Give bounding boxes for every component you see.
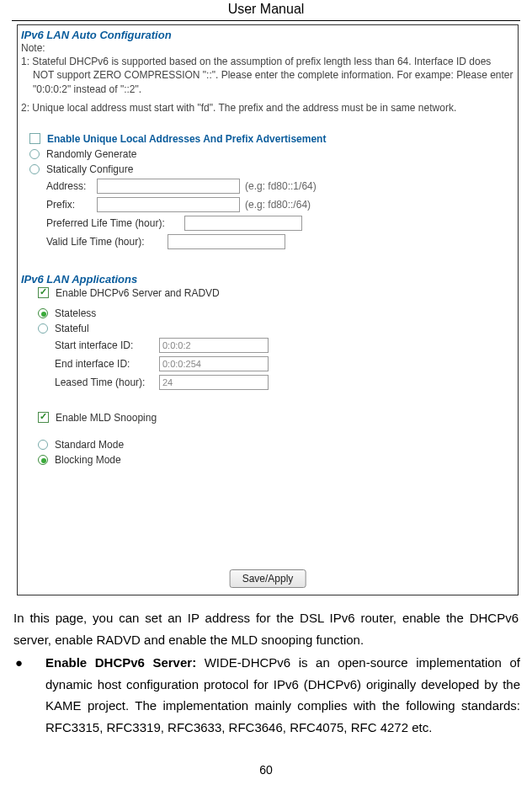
checkbox-enable-ula[interactable]	[29, 133, 40, 144]
save-apply-button[interactable]: Save/Apply	[230, 569, 306, 588]
hint-prefix: (e.g: fd80::/64)	[245, 199, 311, 211]
input-pref-life[interactable]	[184, 216, 302, 231]
radio-static-configure[interactable]	[29, 164, 40, 174]
row-end-id: End interface ID:	[18, 355, 518, 373]
label-static-configure: Statically Configure	[46, 163, 133, 175]
checkbox-enable-dhcpv6[interactable]	[38, 287, 49, 298]
label-standard-mode: Standard Mode	[55, 439, 124, 451]
row-pref-life: Preferred Life Time (hour):	[18, 214, 518, 232]
radio-blocking-mode[interactable]	[38, 455, 48, 465]
row-valid-life: Valid Life Time (hour):	[18, 232, 518, 251]
input-valid-life[interactable]	[168, 234, 285, 249]
input-start-id[interactable]	[159, 338, 269, 353]
note-2: 2: Unique local address must start with …	[21, 101, 514, 115]
input-address[interactable]	[97, 179, 240, 194]
row-stateless: Stateless	[18, 306, 518, 321]
section-ipv6-lan-auto: IPv6 LAN Auto Configuration	[18, 25, 518, 41]
label-leased: Leased Time (hour):	[55, 376, 159, 388]
input-prefix[interactable]	[97, 197, 240, 212]
bullet-text: Enable DHCPv6 Server: WIDE-DHCPv6 is an …	[42, 652, 520, 738]
paragraph-intro: In this page, you can set an IP address …	[13, 607, 519, 650]
label-enable-mld: Enable MLD Snooping	[56, 412, 157, 424]
label-prefix: Prefix:	[46, 199, 97, 211]
label-blocking-mode: Blocking Mode	[55, 454, 121, 466]
bullet-title: Enable DHCPv6 Server:	[45, 655, 205, 670]
radio-stateless[interactable]	[38, 308, 48, 318]
row-enable-ula: Enable Unique Local Addresses And Prefix…	[18, 131, 518, 147]
row-leased: Leased Time (hour):	[18, 373, 518, 392]
label-start-id: Start interface ID:	[55, 339, 159, 351]
label-stateless: Stateless	[55, 307, 96, 319]
input-end-id[interactable]	[159, 356, 269, 371]
row-address: Address: (e.g: fd80::1/64)	[18, 177, 518, 195]
note-label: Note:	[21, 41, 514, 55]
row-standard-mode: Standard Mode	[18, 437, 518, 452]
label-enable-dhcpv6: Enable DHCPv6 Server and RADVD	[56, 287, 220, 299]
row-static-configure: Statically Configure	[18, 162, 518, 177]
checkbox-enable-mld[interactable]	[38, 412, 49, 423]
label-valid-life: Valid Life Time (hour):	[46, 236, 168, 248]
label-stateful: Stateful	[55, 323, 89, 334]
radio-stateful[interactable]	[38, 323, 48, 334]
bullet-enable-dhcpv6: ● Enable DHCPv6 Server: WIDE-DHCPv6 is a…	[13, 652, 520, 738]
row-enable-mld: Enable MLD Snooping	[18, 410, 518, 425]
note-block: Note: 1: Stateful DHCPv6 is supported ba…	[18, 41, 518, 120]
section-ipv6-lan-apps: IPv6 LAN Applications	[18, 270, 518, 286]
page-number: 60	[0, 763, 532, 777]
input-leased[interactable]	[159, 375, 269, 390]
row-blocking-mode: Blocking Mode	[18, 452, 518, 467]
row-stateful: Stateful	[18, 321, 518, 336]
bullet-icon: ●	[13, 652, 42, 738]
label-end-id: End interface ID:	[55, 358, 159, 370]
note-1: 1: Stateful DHCPv6 is supported based on…	[21, 55, 514, 96]
page-header: User Manual	[12, 0, 520, 21]
row-start-id: Start interface ID:	[18, 336, 518, 355]
label-pref-life: Preferred Life Time (hour):	[46, 217, 184, 229]
config-screenshot: IPv6 LAN Auto Configuration Note: 1: Sta…	[17, 24, 519, 595]
radio-standard-mode[interactable]	[38, 440, 48, 450]
radio-random-generate[interactable]	[29, 149, 40, 159]
label-random-generate: Randomly Generate	[46, 148, 136, 160]
row-prefix: Prefix: (e.g: fd80::/64)	[18, 195, 518, 214]
row-enable-dhcpv6: Enable DHCPv6 Server and RADVD	[18, 286, 518, 301]
label-enable-ula: Enable Unique Local Addresses And Prefix…	[47, 133, 326, 145]
row-random-generate: Randomly Generate	[18, 147, 518, 162]
hint-address: (e.g: fd80::1/64)	[245, 180, 317, 192]
label-address: Address:	[46, 180, 97, 192]
